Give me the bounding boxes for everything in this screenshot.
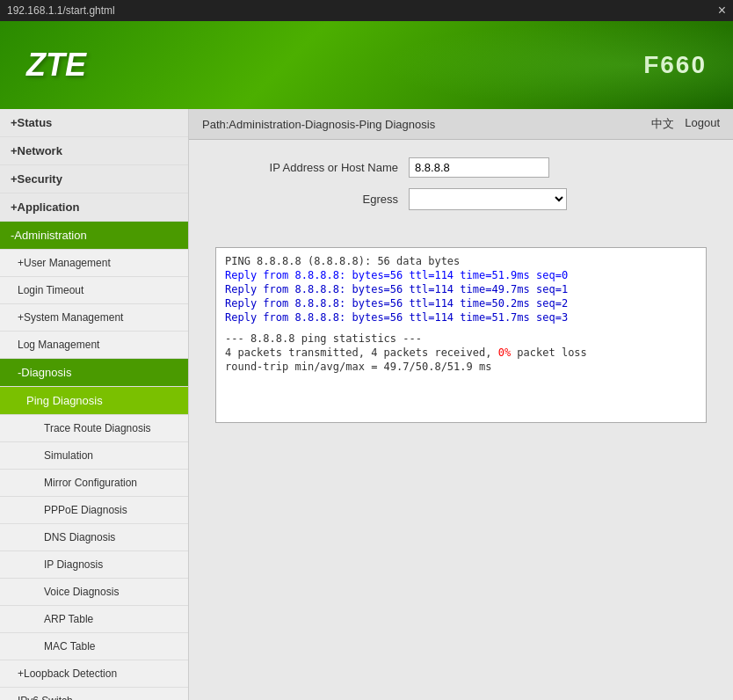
egress-select[interactable]: eth0 eth1 (409, 188, 567, 210)
sidebar-item-arp-table[interactable]: ARP Table (0, 606, 188, 633)
sidebar-item-system-management[interactable]: +System Management (0, 304, 188, 332)
sidebar-item-login-timeout[interactable]: Login Timeout (0, 277, 188, 304)
sidebar-item-trace-route[interactable]: Trace Route Diagnosis (0, 415, 188, 442)
ping-line-1: PING 8.8.8.8 (8.8.8.8): 56 data bytes (225, 255, 697, 267)
url-bar: 192.168.1.1/start.ghtml (7, 4, 115, 17)
ip-input[interactable] (409, 157, 549, 178)
sidebar: +Status +Network +Security +Application … (0, 109, 189, 700)
sidebar-item-ping-diagnosis[interactable]: Ping Diagnosis (0, 387, 188, 415)
sidebar-item-administration[interactable]: -Administration (0, 222, 188, 250)
sidebar-item-application[interactable]: +Application (0, 193, 188, 222)
ping-stats-block: --- 8.8.8.8 ping statistics --- 4 packet… (225, 332, 697, 373)
sidebar-item-ip-diagnosis[interactable]: IP Diagnosis (0, 551, 188, 579)
sidebar-item-mac-table[interactable]: MAC Table (0, 633, 188, 660)
sidebar-item-user-management[interactable]: +User Management (0, 250, 188, 277)
header-links: 中文 Logout (651, 116, 720, 132)
sidebar-item-loopback[interactable]: +Loopback Detection (0, 660, 188, 688)
ping-stats-packets: 4 packets transmitted, 4 packets receive… (225, 346, 697, 359)
titlebar: 192.168.1.1/start.ghtml × (0, 0, 733, 21)
logout-link[interactable]: Logout (685, 116, 720, 132)
sidebar-item-simulation[interactable]: Simulation (0, 442, 188, 470)
breadcrumb: Path:Administration-Diagnosis-Ping Diagn… (202, 118, 435, 131)
content-area: Path:Administration-Diagnosis-Ping Diagn… (189, 109, 733, 700)
ping-line-5: Reply from 8.8.8.8: bytes=56 ttl=114 tim… (225, 311, 697, 324)
sidebar-item-diagnosis[interactable]: -Diagnosis (0, 359, 188, 387)
egress-label: Egress (215, 193, 409, 206)
main-layout: +Status +Network +Security +Application … (0, 109, 733, 700)
sidebar-item-network[interactable]: +Network (0, 137, 188, 165)
ping-line-3: Reply from 8.8.8.8: bytes=56 ttl=114 tim… (225, 283, 697, 295)
sidebar-item-log-management[interactable]: Log Management (0, 332, 188, 359)
ping-line-4: Reply from 8.8.8.8: bytes=56 ttl=114 tim… (225, 297, 697, 310)
ping-line-2: Reply from 8.8.8.8: bytes=56 ttl=114 tim… (225, 269, 697, 281)
sidebar-item-ipv6-switch[interactable]: IPv6 Switch (0, 688, 188, 700)
ip-label: IP Address or Host Name (215, 161, 409, 174)
lang-switch[interactable]: 中文 (651, 116, 674, 132)
ip-row: IP Address or Host Name (215, 157, 707, 178)
egress-row: Egress eth0 eth1 (215, 188, 707, 210)
header: ZTE F660 (0, 21, 733, 109)
sidebar-item-security[interactable]: +Security (0, 165, 188, 193)
sidebar-item-dns-diagnosis[interactable]: DNS Diagnosis (0, 524, 188, 551)
ping-stats-header: --- 8.8.8.8 ping statistics --- (225, 332, 697, 345)
breadcrumb-bar: Path:Administration-Diagnosis-Ping Diagn… (189, 109, 733, 140)
sidebar-item-status[interactable]: +Status (0, 109, 188, 137)
close-icon[interactable]: × (718, 3, 726, 18)
form-area: IP Address or Host Name Egress eth0 eth1 (189, 140, 733, 238)
sidebar-item-voice-diagnosis[interactable]: Voice Diagnosis (0, 579, 188, 606)
zte-logo: ZTE (26, 47, 86, 84)
ping-stats-rtt: round-trip min/avg/max = 49.7/50.8/51.9 … (225, 361, 697, 373)
sidebar-item-pppoe-diagnosis[interactable]: PPPoE Diagnosis (0, 497, 188, 524)
model-name: F660 (643, 51, 707, 79)
ping-output: PING 8.8.8.8 (8.8.8.8): 56 data bytes Re… (215, 247, 707, 423)
sidebar-item-mirror-config[interactable]: Mirror Configuration (0, 470, 188, 497)
